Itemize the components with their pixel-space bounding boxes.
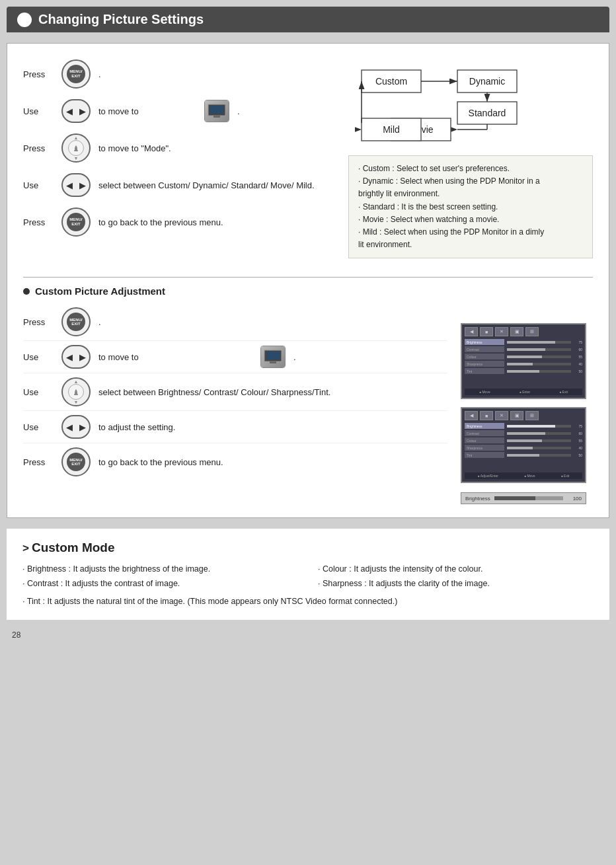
screen-mockup-2: ◀ ■ ✕ ▣ ⊞ Brightness Contrast Colour Sh [461, 407, 586, 483]
instruction-text-2b: . [237, 106, 335, 116]
svg-rect-3 [74, 150, 78, 151]
custom-mode-item-colour-right: · Colour : It adjusts the intensity of t… [318, 563, 594, 576]
lower-hand-icon-1 [71, 388, 81, 396]
lower-inner-1: MENU/EXIT [67, 313, 85, 331]
toolbar-icon-1: ◀ [465, 327, 478, 336]
screen-menu-brightness: Brightness [465, 339, 504, 345]
custom-mode-item-sharpness-right: · Sharpness : It adjusts the clarity of … [318, 578, 594, 590]
section2-title-row: Custom Picture Adjustment [23, 285, 593, 297]
info-line-5: · Movie : Select when watching a movie. [358, 213, 583, 226]
screen2-menu-sharpness: Sharpness [465, 445, 504, 451]
screen-content-2: Brightness Contrast Colour Sharpness Tin… [465, 423, 582, 471]
info-line-4: · Standard : It is the best screen setti… [358, 201, 583, 213]
custom-mode-item-brightness-left: · Brightness : It adjusts the brightness… [22, 563, 298, 576]
menu-exit-button-1[interactable]: MENU/EXIT [61, 59, 91, 89]
screen2-bar-fill-2 [507, 432, 545, 435]
instruction-row-2: Use ◀ ▶ to move to [23, 96, 335, 126]
screen-val-1: 75 [573, 340, 582, 344]
instruction-text-2: to move to [98, 106, 196, 116]
screen-bar-track-5 [507, 370, 571, 373]
svg-rect-23 [266, 352, 280, 359]
lr-arrow-button-2[interactable]: ◀ ▶ [61, 173, 91, 197]
inner-circle-2: MENU/EXIT [67, 213, 85, 231]
left-arrow-icon-2: ◀ [66, 180, 73, 190]
lower-ud-button-1[interactable]: ▲ ▼ [61, 377, 91, 406]
screen-val-3: 55 [573, 355, 582, 359]
hand-icon-1 [71, 144, 81, 152]
screen-content-1: Brightness Contrast Colour Sharpness Tin… [465, 339, 582, 387]
lower-right: ◀ ■ ✕ ▣ ⊞ Brightness Contrast Colour Sh [461, 303, 593, 504]
page-wrapper: Changing Picture Settings Press MENU/EXI… [0, 0, 616, 865]
instruction-list: Press MENU/EXIT . Use ◀ ▶ to move [23, 57, 335, 258]
instruction-text-3: to move to "Mode". [98, 143, 335, 153]
instruction-row-3: Press ▲ ▼ to move to "Mode". [23, 131, 335, 165]
info-line-2: · Dynamic : Select when using the PDP Mo… [358, 175, 583, 188]
screen-bar-fill-5 [507, 370, 539, 373]
svg-text:Custom: Custom [375, 76, 407, 87]
lower-text-5: to go back to the previous menu. [98, 457, 447, 467]
lower-section: Press MENU/EXIT . Use ◀ ▶ [23, 303, 593, 504]
lower-lr-button-1[interactable]: ◀ ▶ [61, 345, 91, 369]
svg-text:Dynamic: Dynamic [469, 76, 505, 87]
label-use-4: Use [23, 180, 54, 190]
label-press-5: Press [23, 217, 54, 227]
svg-text:Standard: Standard [469, 108, 506, 118]
screen-toolbar-1: ◀ ■ ✕ ▣ ⊞ [465, 327, 582, 336]
lower-row-1: Press MENU/EXIT . [23, 303, 447, 341]
inner-circle-1: MENU/EXIT [67, 65, 85, 83]
toolbar2-icon-4: ▣ [510, 411, 523, 420]
diagram-area: Custom Dynamic Standard [348, 57, 593, 258]
label-press-1: Press [23, 69, 54, 79]
lower-text-2b: . [293, 352, 447, 362]
header-circle-icon [17, 13, 32, 27]
menu-exit-label-2: MENU/EXIT [69, 217, 82, 226]
lower-up-arrow-1: ▲ [74, 379, 79, 384]
screen2-value-bar-2: 60 [507, 430, 582, 436]
screen2-bottom-exit: ● Exit [561, 474, 570, 478]
right-arrow-icon-2: ▶ [79, 180, 86, 190]
lower-inner-2: MENU/EXIT [67, 453, 85, 471]
monitor-svg-1 [208, 104, 226, 118]
screen2-val-3: 55 [573, 439, 582, 443]
toolbar2-icon-3: ✕ [495, 411, 508, 420]
custom-mode-item-tint: · Tint : It adjusts the natural tint of … [22, 595, 594, 608]
lower-left-arrow-2: ◀ [66, 422, 73, 432]
section-divider-1 [23, 277, 593, 278]
lower-text-1: . [98, 317, 447, 327]
brightness-track [494, 496, 563, 500]
lower-menu-button-2[interactable]: MENU/EXIT [61, 447, 91, 476]
lower-thumb-1 [260, 346, 286, 368]
menu-exit-label-1: MENU/EXIT [69, 69, 82, 78]
lower-lr-button-2[interactable]: ◀ ▶ [61, 415, 91, 439]
screen-value-bar-4: 40 [507, 361, 582, 367]
screen2-val-4: 40 [573, 446, 582, 450]
lr-arrow-button-1[interactable]: ◀ ▶ [61, 99, 91, 123]
instruction-row-1: Press MENU/EXIT . [23, 57, 335, 91]
screen2-bar-fill-1 [507, 425, 555, 428]
ud-arrow-button-1[interactable]: ▲ ▼ [61, 133, 91, 163]
screen2-value-bar-5: 50 [507, 452, 582, 458]
screen-value-bar-3: 55 [507, 354, 582, 359]
custom-mode-item-contrast-left: · Contrast : It adjusts the contrast of … [22, 578, 298, 590]
screen-mockup-1: ◀ ■ ✕ ▣ ⊞ Brightness Contrast Colour Sh [461, 323, 586, 399]
lower-menu-label-2: MENU/EXIT [69, 458, 82, 467]
screen-bottom-bar-1: ● Move ● Enter ● Exit [465, 389, 582, 395]
instruction-text-5: to go back to the previous menu. [98, 217, 335, 227]
screen-bar-track-4 [507, 363, 571, 365]
screen2-val-2: 60 [573, 432, 582, 435]
screen-bottom-enter: ● Enter [520, 390, 530, 394]
label-use-2: Use [23, 106, 54, 116]
screen-menu-colour: Colour [465, 354, 504, 359]
custom-mode-grid: · Brightness : It adjusts the brightness… [22, 563, 594, 590]
svg-rect-2 [213, 116, 220, 118]
screen2-menu-tint: Tint [465, 452, 504, 458]
screen-bar-track-2 [507, 348, 571, 351]
screen2-menu-contrast: Contrast [465, 430, 504, 436]
lower-instruction-list: Press MENU/EXIT . Use ◀ ▶ [23, 303, 447, 504]
svg-rect-1 [210, 106, 223, 114]
lower-menu-button-1[interactable]: MENU/EXIT [61, 307, 91, 336]
lower-right-arrow-1: ▶ [79, 352, 86, 362]
menu-exit-button-2[interactable]: MENU/EXIT [61, 207, 91, 237]
lower-label-5: Press [23, 457, 54, 467]
screen-bar-fill-3 [507, 356, 542, 358]
